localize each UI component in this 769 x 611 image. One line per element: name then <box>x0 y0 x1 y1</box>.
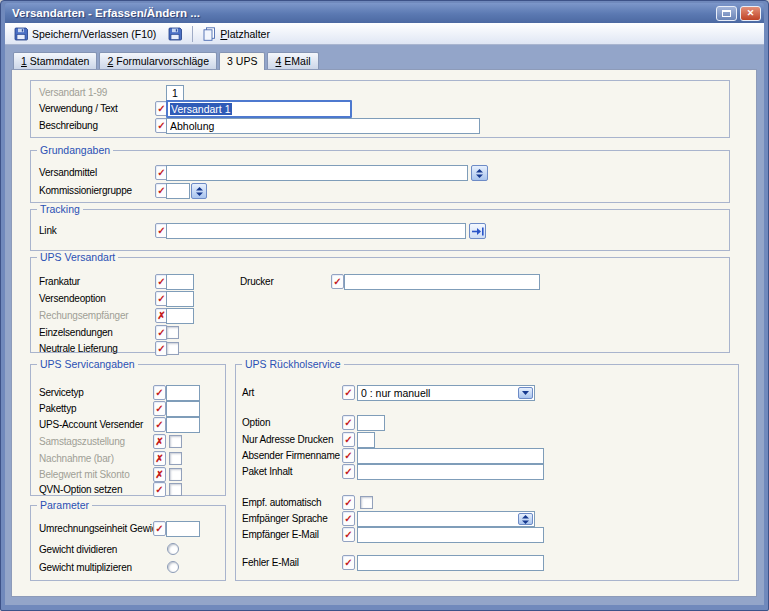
pakettyp-flag-button[interactable] <box>153 401 166 416</box>
paket-inhalt-flag-button[interactable] <box>342 464 355 479</box>
gewicht-dividieren-radio[interactable] <box>167 543 179 555</box>
empfaenger-email-flag-button[interactable] <box>342 527 355 542</box>
beschreibung-input[interactable] <box>166 118 480 134</box>
drucker-label: Drucker <box>240 276 274 287</box>
dialog-client-area: 1Stammdaten 2Formularvorschläge 3UPS 4EM… <box>5 45 764 605</box>
drucker-input[interactable] <box>344 274 540 290</box>
rechnungsempfaenger-label: Rechungsempfänger <box>39 310 128 321</box>
empf-automatisch-checkbox[interactable] <box>360 496 373 509</box>
fehler-email-input[interactable] <box>357 555 544 571</box>
pakettyp-input[interactable] <box>166 401 200 417</box>
link-input[interactable] <box>166 223 466 239</box>
samstagszustellung-flag-button[interactable] <box>153 434 166 449</box>
nachnahme-checkbox[interactable] <box>169 452 182 465</box>
absender-firmenname-flag-button[interactable] <box>342 448 355 463</box>
group-title: UPS Rückholservice <box>242 358 344 371</box>
toolbar: Speichern/Verlassen (F10) Platzhalter <box>5 23 764 45</box>
umrechnungseinheit-flag-button[interactable] <box>153 521 166 536</box>
group-title: Tracking <box>37 203 83 216</box>
save-button[interactable] <box>163 24 187 44</box>
tab-ups[interactable]: 3UPS <box>219 52 265 70</box>
drucker-flag-button[interactable] <box>331 274 344 289</box>
frankatur-input[interactable] <box>166 274 194 290</box>
fehler-email-flag-button[interactable] <box>342 555 355 570</box>
versendeoption-input[interactable] <box>166 291 194 307</box>
group-versandart-header: Versandart 1-99 Verwendung / Text Versan… <box>30 80 730 138</box>
option-flag-button[interactable] <box>342 415 355 430</box>
tab-label: EMail <box>284 55 310 67</box>
platzhalter-label: Platzhalter <box>220 28 270 40</box>
art-select[interactable]: 0 : nur manuell <box>357 385 535 401</box>
tab-stammdaten[interactable]: 1Stammdaten <box>13 52 97 69</box>
empfaenger-sprache-label: Emfpänger Sprache <box>242 513 328 524</box>
ups-account-flag-button[interactable] <box>153 417 166 432</box>
up-down-spinner-icon <box>476 169 483 178</box>
empfaenger-sprache-flag-button[interactable] <box>342 511 355 526</box>
empfaenger-sprache-select[interactable] <box>357 511 535 527</box>
open-link-button[interactable] <box>469 223 486 239</box>
platzhalter-button[interactable]: Platzhalter <box>198 24 275 44</box>
samstagszustellung-checkbox[interactable] <box>169 435 182 448</box>
nur-adresse-drucken-flag-button[interactable] <box>342 432 355 447</box>
absender-firmenname-label: Absender Firmenname <box>242 450 340 461</box>
einzelsendungen-checkbox[interactable] <box>166 326 179 339</box>
qvn-option-flag-button[interactable] <box>153 482 166 497</box>
servicetyp-label: Servicetyp <box>39 387 84 398</box>
empf-automatisch-flag-button[interactable] <box>342 495 355 510</box>
kommissioniergruppe-spinner-button[interactable] <box>191 183 207 199</box>
versandmittel-spinner-button[interactable] <box>471 165 488 181</box>
group-title: UPS Versandart <box>37 251 118 264</box>
tab-accel: 1 <box>21 55 27 67</box>
window-controls: ✕ <box>716 6 761 21</box>
tab-email[interactable]: 4EMail <box>267 52 318 69</box>
qvn-option-checkbox[interactable] <box>169 483 182 496</box>
group-title: Grundangaben <box>37 144 113 157</box>
nur-adresse-drucken-input[interactable] <box>357 432 375 448</box>
close-button[interactable]: ✕ <box>740 6 761 21</box>
nachnahme-label: Nachnahme (bar) <box>39 453 114 464</box>
ups-account-input[interactable] <box>166 417 200 433</box>
absender-firmenname-input[interactable] <box>357 448 544 464</box>
group-ups-rueckholservice: UPS Rückholservice Art 0 : nur manuell O… <box>235 364 739 581</box>
tab-accel: 4 <box>275 55 281 67</box>
tab-formularvorschlaege[interactable]: 2Formularvorschläge <box>99 52 217 69</box>
frankatur-label: Frankatur <box>39 276 80 287</box>
group-title: UPS Servicangaben <box>37 358 138 371</box>
umrechnungseinheit-input[interactable] <box>166 521 200 537</box>
versandart-number-input[interactable] <box>166 85 184 101</box>
titlebar: Versandarten - Erfassen/Ändern ... ✕ <box>5 3 764 23</box>
window-title: Versandarten - Erfassen/Ändern ... <box>12 7 716 19</box>
close-icon: ✕ <box>747 9 755 18</box>
tab-label: Stammdaten <box>30 55 90 67</box>
belegwert-flag-button[interactable] <box>153 467 166 482</box>
beschreibung-label: Beschreibung <box>39 120 98 131</box>
verwendung-value: Versandart 1 <box>170 103 232 115</box>
group-ups-servicangaben: UPS Servicangaben Servicetyp Pakettyp UP… <box>30 364 226 496</box>
toolbar-separator <box>192 26 193 42</box>
art-flag-button[interactable] <box>342 385 355 400</box>
paket-inhalt-input[interactable] <box>357 464 544 480</box>
option-input[interactable] <box>357 415 385 431</box>
restore-button[interactable] <box>716 6 737 21</box>
kommissioniergruppe-input[interactable] <box>166 183 190 199</box>
verwendung-input[interactable]: Versandart 1 <box>166 100 352 118</box>
ups-account-label: UPS-Account Versender <box>39 419 143 430</box>
gewicht-multiplizieren-radio[interactable] <box>167 561 179 573</box>
paket-inhalt-label: Paket Inhalt <box>242 466 292 477</box>
belegwert-label: Belegwert mit Skonto <box>39 469 130 480</box>
servicetyp-flag-button[interactable] <box>153 385 166 400</box>
servicetyp-input[interactable] <box>166 385 200 401</box>
nachnahme-flag-button[interactable] <box>153 451 166 466</box>
neutrale-lieferung-checkbox[interactable] <box>166 342 179 355</box>
link-label: Link <box>39 225 57 236</box>
save-exit-button[interactable]: Speichern/Verlassen (F10) <box>9 24 161 44</box>
umrechnungseinheit-label: Umrechnungseinheit Gewicht <box>39 523 164 534</box>
rechnungsempfaenger-input[interactable] <box>166 308 194 324</box>
belegwert-checkbox[interactable] <box>169 468 182 481</box>
versandmittel-select[interactable] <box>166 165 468 181</box>
empfaenger-email-input[interactable] <box>357 527 544 543</box>
tab-bar: 1Stammdaten 2Formularvorschläge 3UPS 4EM… <box>5 51 764 69</box>
samstagszustellung-label: Samstagszustellung <box>39 436 125 447</box>
spinner-button[interactable] <box>518 513 533 525</box>
dropdown-arrow-button[interactable] <box>518 387 533 399</box>
